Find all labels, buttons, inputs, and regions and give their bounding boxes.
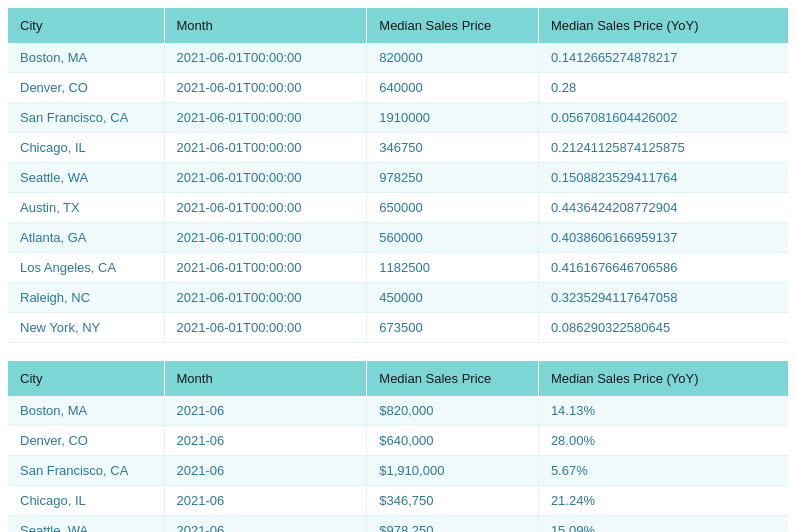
table-cell: 14.13%	[538, 396, 788, 426]
table-cell: Denver, CO	[8, 426, 164, 456]
header-median-1: Median Sales Price	[367, 8, 539, 43]
table-row: Austin, TX2021-06-01T00:00:006500000.443…	[8, 193, 788, 223]
table-cell: 978250	[367, 163, 539, 193]
table-cell: 0.086290322580645	[538, 313, 788, 343]
table-row: Chicago, IL2021-06$346,75021.24%	[8, 486, 788, 516]
table-cell: 450000	[367, 283, 539, 313]
table-row: New York, NY2021-06-01T00:00:006735000.0…	[8, 313, 788, 343]
table-row: Seattle, WA2021-06-01T00:00:009782500.15…	[8, 163, 788, 193]
table-cell: 2021-06-01T00:00:00	[164, 163, 367, 193]
table-cell: 2021-06	[164, 396, 367, 426]
table-cell: 5.67%	[538, 456, 788, 486]
table-cell: 2021-06-01T00:00:00	[164, 223, 367, 253]
table-row: Raleigh, NC2021-06-01T00:00:004500000.32…	[8, 283, 788, 313]
table-cell: 1910000	[367, 103, 539, 133]
table-cell: Chicago, IL	[8, 486, 164, 516]
table-cell: San Francisco, CA	[8, 103, 164, 133]
table-cell: Chicago, IL	[8, 133, 164, 163]
formatted-data-table: City Month Median Sales Price Median Sal…	[8, 361, 788, 532]
table-cell: 1182500	[367, 253, 539, 283]
table-cell: 0.21241125874125875	[538, 133, 788, 163]
table-cell: Raleigh, NC	[8, 283, 164, 313]
table-cell: 2021-06	[164, 426, 367, 456]
table-cell: $640,000	[367, 426, 539, 456]
table-cell: Austin, TX	[8, 193, 164, 223]
table-row: San Francisco, CA2021-06-01T00:00:001910…	[8, 103, 788, 133]
table-row: Denver, CO2021-06$640,00028.00%	[8, 426, 788, 456]
table-cell: 2021-06	[164, 486, 367, 516]
table-cell: Atlanta, GA	[8, 223, 164, 253]
table-cell: 673500	[367, 313, 539, 343]
table-cell: 2021-06-01T00:00:00	[164, 283, 367, 313]
table-cell: $978,250	[367, 516, 539, 533]
table-cell: 0.4161676646706586	[538, 253, 788, 283]
table-cell: 0.3235294117647058	[538, 283, 788, 313]
table-row: Boston, MA2021-06$820,00014.13%	[8, 396, 788, 426]
table-cell: Seattle, WA	[8, 516, 164, 533]
header-month-1: Month	[164, 8, 367, 43]
table-cell: New York, NY	[8, 313, 164, 343]
table2-wrapper: City Month Median Sales Price Median Sal…	[8, 361, 788, 532]
table-cell: 0.4436424208772904	[538, 193, 788, 223]
raw-data-table: City Month Median Sales Price Median Sal…	[8, 8, 788, 343]
table-row: Denver, CO2021-06-01T00:00:006400000.28	[8, 73, 788, 103]
header-yoy-1: Median Sales Price (YoY)	[538, 8, 788, 43]
table-cell: 2021-06-01T00:00:00	[164, 193, 367, 223]
table-cell: 2021-06-01T00:00:00	[164, 253, 367, 283]
table-cell: 0.1412665274878217	[538, 43, 788, 73]
table-cell: $346,750	[367, 486, 539, 516]
header-yoy-2: Median Sales Price (YoY)	[538, 361, 788, 396]
table-cell: San Francisco, CA	[8, 456, 164, 486]
table-cell: Seattle, WA	[8, 163, 164, 193]
table-row: Chicago, IL2021-06-01T00:00:003467500.21…	[8, 133, 788, 163]
table-cell: 2021-06	[164, 516, 367, 533]
table-cell: 21.24%	[538, 486, 788, 516]
table1-wrapper: City Month Median Sales Price Median Sal…	[8, 8, 788, 343]
header-city-2: City	[8, 361, 164, 396]
table-cell: 820000	[367, 43, 539, 73]
table-cell: Los Angeles, CA	[8, 253, 164, 283]
table-cell: 2021-06-01T00:00:00	[164, 103, 367, 133]
table-cell: 0.4038606166959137	[538, 223, 788, 253]
table-cell: $820,000	[367, 396, 539, 426]
table-cell: 2021-06	[164, 456, 367, 486]
table-cell: 0.1508823529411764	[538, 163, 788, 193]
header-month-2: Month	[164, 361, 367, 396]
table-cell: 28.00%	[538, 426, 788, 456]
table-cell: 0.28	[538, 73, 788, 103]
table-cell: Boston, MA	[8, 43, 164, 73]
table-cell: 2021-06-01T00:00:00	[164, 133, 367, 163]
table-cell: Denver, CO	[8, 73, 164, 103]
table-cell: 2021-06-01T00:00:00	[164, 43, 367, 73]
table-cell: 560000	[367, 223, 539, 253]
table-cell: 15.09%	[538, 516, 788, 533]
table-cell: 2021-06-01T00:00:00	[164, 313, 367, 343]
table-cell: 2021-06-01T00:00:00	[164, 73, 367, 103]
table-row: Los Angeles, CA2021-06-01T00:00:00118250…	[8, 253, 788, 283]
table-cell: 640000	[367, 73, 539, 103]
table-cell: $1,910,000	[367, 456, 539, 486]
table-cell: 346750	[367, 133, 539, 163]
table-cell: 650000	[367, 193, 539, 223]
table-cell: Boston, MA	[8, 396, 164, 426]
header-median-2: Median Sales Price	[367, 361, 539, 396]
table-row: Atlanta, GA2021-06-01T00:00:005600000.40…	[8, 223, 788, 253]
table-cell: 0.0567081604426002	[538, 103, 788, 133]
table-row: San Francisco, CA2021-06$1,910,0005.67%	[8, 456, 788, 486]
table-row: Boston, MA2021-06-01T00:00:008200000.141…	[8, 43, 788, 73]
header-city-1: City	[8, 8, 164, 43]
table-row: Seattle, WA2021-06$978,25015.09%	[8, 516, 788, 533]
